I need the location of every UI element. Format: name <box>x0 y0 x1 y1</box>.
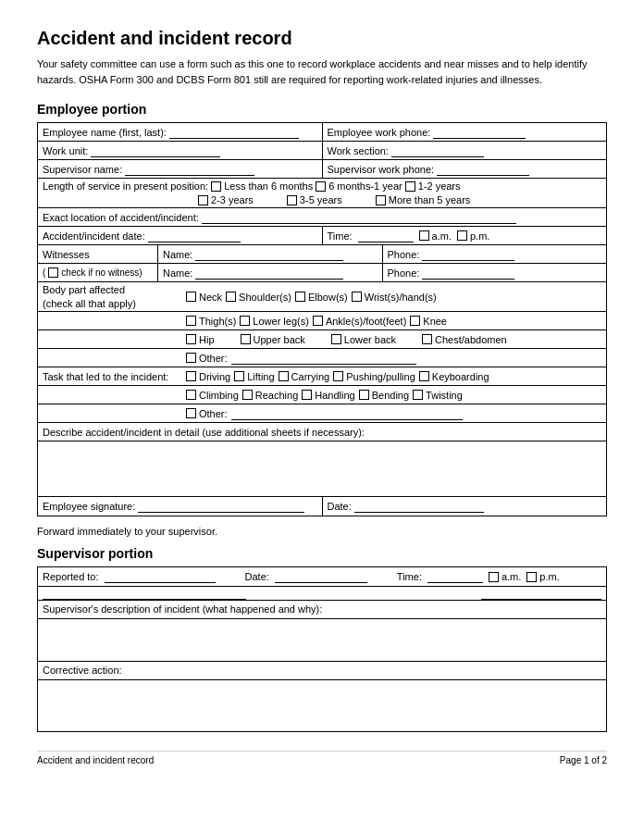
corrective-area-input[interactable] <box>38 680 606 731</box>
body-elbow-checkbox[interactable] <box>295 292 305 302</box>
employee-name-label: Employee name (first, last): <box>43 127 167 138</box>
body-ankle-checkbox[interactable] <box>313 316 323 326</box>
body-shoulder-checkbox[interactable] <box>226 292 236 302</box>
witness2-name-label: Name: <box>163 267 192 279</box>
reported-to-input[interactable] <box>105 570 216 583</box>
sup-desc-area[interactable] <box>38 619 606 661</box>
witness1-phone-input[interactable] <box>422 248 514 261</box>
body-part-label: Body part affected <box>43 284 125 295</box>
pm-checkbox[interactable] <box>457 230 467 241</box>
sup-pm-checkbox[interactable] <box>526 572 537 582</box>
task-twisting-checkbox[interactable] <box>413 390 423 400</box>
checkbox-more-5years-box[interactable] <box>376 195 386 205</box>
form-row-describe-area <box>38 441 606 497</box>
task-bending: Bending <box>359 390 409 401</box>
witness1-name-input[interactable] <box>195 248 343 261</box>
intro-text: Your safety committee can use a form suc… <box>37 56 607 87</box>
checkbox-6months-1year-box[interactable] <box>316 181 326 192</box>
sup-date-input[interactable] <box>275 570 367 583</box>
task-other-spacer <box>38 404 181 422</box>
body-neck-checkbox[interactable] <box>186 292 196 302</box>
location-input[interactable] <box>202 211 516 224</box>
form-row-body-parts-3: Hip Upper back Lower back Chest/abdomen <box>38 330 606 349</box>
body-knee-checkbox[interactable] <box>410 316 420 326</box>
am-checkbox[interactable] <box>419 230 429 241</box>
body-other-spacer <box>38 349 181 367</box>
reported-to-label: Reported to: <box>43 571 99 582</box>
task-bending-checkbox[interactable] <box>359 390 369 400</box>
no-witness-checkbox[interactable] <box>48 267 58 278</box>
task-other-cell: Other: <box>181 404 606 422</box>
form-row-length-service: Length of service in present position: L… <box>38 179 606 208</box>
body-wrist-checkbox[interactable] <box>352 292 362 302</box>
task-keyboarding-checkbox[interactable] <box>419 371 429 381</box>
body-hip-checkbox[interactable] <box>186 334 196 344</box>
task-pushing-checkbox[interactable] <box>333 371 343 381</box>
accident-date-label: Accident/incident date: <box>43 230 145 242</box>
no-witness-text: check if no witness) <box>61 267 142 278</box>
witnesses-label: Witnesses <box>43 249 90 260</box>
task-carrying: Carrying <box>279 371 330 382</box>
sup-am-label: a.m. <box>502 571 521 582</box>
employee-name-input[interactable] <box>169 126 299 139</box>
work-unit-input[interactable] <box>91 144 220 157</box>
sup-time-input[interactable] <box>427 570 483 583</box>
task-climbing-checkbox[interactable] <box>186 390 196 400</box>
body-part-labels-cell: Body part affected (check all that apply… <box>38 282 181 311</box>
body-upper-back-checkbox[interactable] <box>241 334 251 344</box>
time-input[interactable] <box>358 230 414 242</box>
task-handling-checkbox[interactable] <box>302 390 312 400</box>
sup-reported-underline[interactable] <box>43 587 246 600</box>
checkbox-2-3years-box[interactable] <box>198 195 208 205</box>
checkbox-2-3years: 2-3 years <box>198 194 254 205</box>
task-twisting: Twisting <box>413 390 463 401</box>
body-upper-back: Upper back <box>241 334 305 345</box>
supervisor-name-input[interactable] <box>125 163 254 176</box>
witness2-phone-input[interactable] <box>422 267 514 280</box>
sup-row-reported: Reported to: Date: Time: a.m. p.m. <box>38 567 606 587</box>
checkbox-1-2years-box[interactable] <box>405 181 415 192</box>
body-neck: Neck <box>186 292 222 303</box>
less-6months-label: Less than 6 months <box>224 180 313 192</box>
body-other: Other: <box>186 353 228 364</box>
footer-page: Page 1 of 2 <box>560 755 607 765</box>
witness1-phone-cell: Phone: <box>383 245 607 263</box>
body-thigh-checkbox[interactable] <box>186 316 196 326</box>
task-carrying-checkbox[interactable] <box>279 371 289 381</box>
sup-time-underline[interactable] <box>481 587 601 600</box>
body-other-checkbox[interactable] <box>186 353 196 363</box>
checkbox-less-6months-box[interactable] <box>211 181 221 192</box>
task-label: Task that led to the incident: <box>43 371 168 382</box>
task-other-input[interactable] <box>231 407 463 420</box>
sup-desc-label: Supervisor's description of incident (wh… <box>43 603 322 615</box>
body-other-input[interactable] <box>231 352 416 365</box>
2-3years-label: 2-3 years <box>211 194 254 205</box>
witness2-name-input[interactable] <box>195 267 343 280</box>
witness1-name-cell: Name: <box>158 245 383 263</box>
sup-am-checkbox[interactable] <box>489 572 499 582</box>
sup-row-corrective-area <box>38 680 606 731</box>
form-row-signature: Employee signature: Date: <box>38 497 606 516</box>
work-section-input[interactable] <box>391 144 484 157</box>
checkbox-3-5years-box[interactable] <box>287 195 297 205</box>
body-ankle: Ankle(s)/foot(feet) <box>313 316 406 327</box>
body-lower-leg-checkbox[interactable] <box>240 316 250 326</box>
employee-phone-cell: Employee work phone: <box>323 123 607 141</box>
accident-date-input[interactable] <box>148 230 241 242</box>
describe-area-cell[interactable] <box>38 441 606 496</box>
task-reaching-checkbox[interactable] <box>242 390 253 400</box>
body-lower-back-checkbox[interactable] <box>331 334 341 344</box>
task-lifting-checkbox[interactable] <box>234 371 244 381</box>
supervisor-phone-input[interactable] <box>437 163 529 176</box>
employee-sig-label: Employee signature: <box>43 501 135 512</box>
task-driving-checkbox[interactable] <box>186 371 196 381</box>
employee-sig-input[interactable] <box>138 500 304 513</box>
employee-phone-input[interactable] <box>433 126 526 139</box>
sig-date-input[interactable] <box>354 500 484 513</box>
work-unit-cell: Work unit: <box>38 142 323 159</box>
task-other-checkbox[interactable] <box>186 408 196 418</box>
form-row-accident-date: Accident/incident date: Time: a.m. p.m. <box>38 227 606 245</box>
location-label: Exact location of accident/incident: <box>43 212 199 223</box>
supervisor-form-section: Reported to: Date: Time: a.m. p.m. <box>37 566 607 732</box>
body-chest-checkbox[interactable] <box>422 334 432 344</box>
